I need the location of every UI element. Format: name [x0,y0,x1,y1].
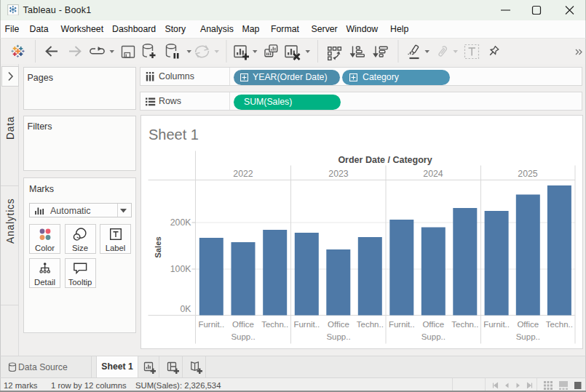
svg-text:Techn..: Techn.. [451,319,478,328]
svg-text:Furnit..: Furnit.. [198,319,224,328]
svg-text:Supp..: Supp.. [326,332,350,341]
svg-text:Sheet 1: Sheet 1 [149,127,199,143]
svg-text:2022: 2022 [233,169,253,179]
svg-text:Supp..: Supp.. [231,332,255,341]
svg-text:Furnit..: Furnit.. [388,319,414,328]
svg-text:100K: 100K [170,264,191,274]
svg-text:Supp..: Supp.. [421,332,445,341]
svg-text:Techn..: Techn.. [545,319,572,328]
svg-text:Furnit..: Furnit.. [293,319,320,328]
svg-text:Sales: Sales [153,236,162,258]
svg-text:Furnit..: Furnit.. [483,319,510,328]
svg-text:Techn..: Techn.. [261,319,288,328]
svg-text:Office: Office [422,319,444,328]
svg-text:2025: 2025 [518,169,538,179]
svg-text:Office: Office [232,319,254,328]
svg-text:Supp..: Supp.. [515,332,539,341]
svg-text:2023: 2023 [328,169,349,179]
svg-text:Office: Office [517,319,539,328]
svg-text:2024: 2024 [423,169,443,179]
svg-text:Techn..: Techn.. [356,319,383,328]
svg-text:0K: 0K [180,304,191,314]
svg-text:Order Date / Category: Order Date / Category [338,154,432,164]
svg-text:200K: 200K [170,217,191,228]
svg-text:Office: Office [328,319,349,328]
